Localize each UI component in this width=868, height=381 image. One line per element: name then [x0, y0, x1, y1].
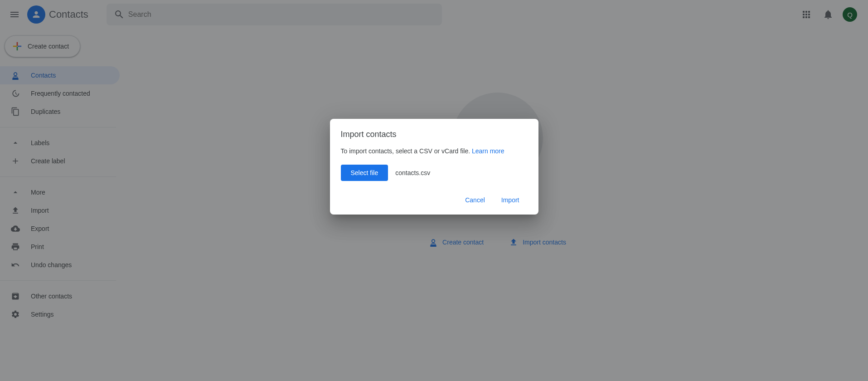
cancel-button[interactable]: Cancel [465, 196, 485, 204]
app-root: Contacts Q [0, 0, 868, 381]
learn-more-link[interactable]: Learn more [472, 147, 504, 155]
selected-filename: contacts.csv [395, 169, 430, 176]
dialog-body-text: To import contacts, select a CSV or vCar… [341, 147, 528, 155]
file-select-row: Select file contacts.csv [341, 165, 528, 181]
dialog-body-span: To import contacts, select a CSV or vCar… [341, 147, 472, 155]
import-button[interactable]: Import [501, 196, 519, 204]
import-contacts-dialog: Import contacts To import contacts, sele… [330, 119, 538, 215]
dialog-actions: Cancel Import [341, 196, 528, 204]
select-file-button[interactable]: Select file [341, 165, 388, 181]
dialog-title: Import contacts [341, 130, 528, 139]
modal-overlay[interactable]: Import contacts To import contacts, sele… [0, 0, 868, 381]
